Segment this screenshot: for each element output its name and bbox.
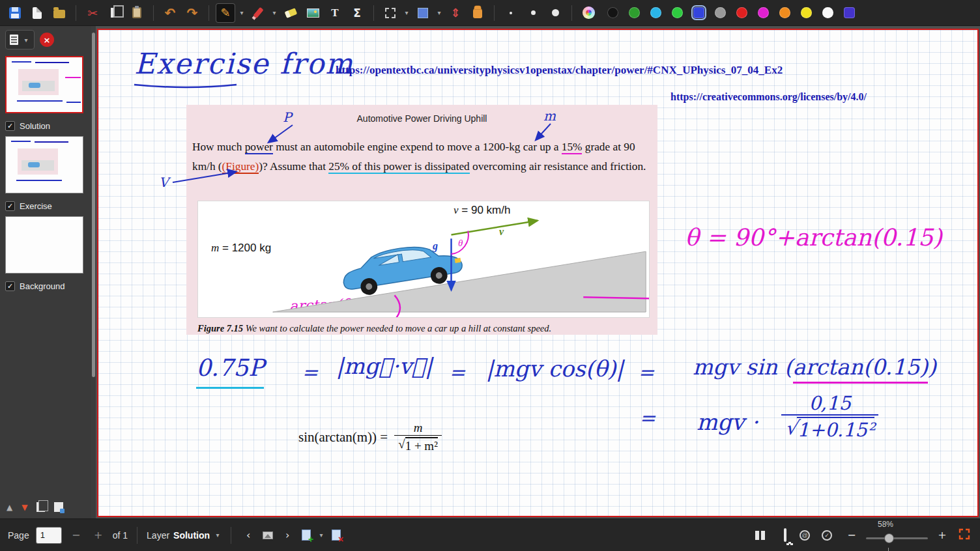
save-button[interactable] (5, 3, 25, 23)
duplicate-page-button[interactable] (36, 502, 45, 512)
thumbnail-preview (22, 81, 55, 91)
insert-image-button[interactable] (303, 3, 323, 23)
layer-checkbox-exercise[interactable]: ✓ (5, 201, 15, 211)
typeset-identity[interactable]: sin(arctan(m)) = m√1 + m² (298, 421, 442, 453)
preview-dropdown-chevron: ▾ (22, 36, 30, 44)
workspace: ▾ × ✓ Solution (0, 26, 980, 518)
layer-row-background[interactable]: ✓ Background (5, 281, 86, 291)
color-swatch-yellow[interactable] (801, 7, 812, 18)
thickness-thick-button[interactable] (545, 3, 565, 23)
license-url-link[interactable]: https://creativecommons.org/licenses/by/… (670, 91, 867, 103)
eraser-tool-button[interactable] (281, 3, 300, 23)
color-swatch-gray[interactable] (715, 7, 726, 18)
color-swatch-red[interactable] (736, 7, 747, 18)
close-sidebar-button[interactable]: × (40, 33, 54, 47)
dual-page-view-button[interactable] (755, 527, 771, 544)
dual-page-icon (755, 531, 766, 540)
delete-page-button[interactable] (332, 530, 341, 541)
highlighter-tool-button[interactable] (248, 3, 268, 23)
shape-tool-button[interactable] (413, 3, 433, 23)
source-url-link[interactable]: https://opentextbc.ca/universityphysicsv… (336, 64, 783, 77)
scrollbar-thumb[interactable] (92, 33, 95, 377)
equation-sine-arg: arctan(0.15) (793, 354, 928, 384)
fullscreen-icon (958, 528, 970, 540)
add-page-chevron[interactable]: ▾ (317, 531, 325, 539)
layer-row-exercise[interactable]: ✓ Exercise (5, 201, 86, 211)
layer-thumbnail-solution[interactable] (5, 136, 83, 193)
hand-tool-button[interactable] (468, 3, 487, 23)
thickness-fine-button[interactable] (501, 3, 521, 23)
color-swatch-orange[interactable] (779, 7, 790, 18)
zoom-original-button[interactable]: @ (800, 527, 815, 544)
color-swatch-blue[interactable] (693, 7, 704, 18)
page-thumbnail-current[interactable] (5, 56, 83, 113)
layer-selector[interactable]: Layer Solution ▾ (147, 530, 222, 541)
sidebar-spacer (5, 296, 86, 494)
add-page-button[interactable] (302, 530, 311, 541)
color-swatch-white[interactable] (822, 7, 833, 18)
color-swatch-bright-green[interactable] (672, 7, 683, 18)
page-increment-button[interactable]: + (91, 527, 106, 544)
equals-sign: = (302, 361, 318, 384)
new-document-button[interactable] (27, 3, 47, 23)
open-file-button[interactable] (50, 3, 69, 23)
body-mass: 1200-kg (483, 141, 521, 153)
color-swatch-black[interactable] (607, 7, 618, 18)
zoom-in-button[interactable]: + (934, 527, 950, 544)
page-snapshot-icon[interactable] (263, 531, 273, 539)
color-palette (607, 7, 855, 18)
color-wheel-button[interactable] (579, 3, 598, 23)
color-swatch-magenta[interactable] (758, 7, 769, 18)
shape-tool-chevron[interactable]: ▾ (435, 9, 443, 16)
undo-button[interactable]: ↶ (160, 3, 180, 23)
layer-checkbox-solution[interactable]: ✓ (5, 121, 15, 131)
next-page-button[interactable]: › (280, 527, 295, 544)
figure-link[interactable]: (Figure) (222, 160, 259, 174)
redo-button[interactable]: ↷ (182, 3, 202, 23)
math-tex-button[interactable]: Σ (347, 3, 367, 23)
shape-icon (418, 8, 428, 18)
thickness-medium-button[interactable] (523, 3, 543, 23)
previous-page-button[interactable]: ‹ (240, 527, 256, 544)
vertical-scrollbar[interactable] (91, 26, 96, 518)
paste-button[interactable] (127, 3, 147, 23)
pen-tool-chevron[interactable]: ▾ (238, 9, 246, 16)
color-swatch-indigo[interactable] (844, 7, 855, 18)
page-number-input[interactable] (36, 527, 62, 544)
zoom-out-button[interactable]: − (844, 527, 859, 544)
highlighter-chevron[interactable]: ▾ (270, 9, 278, 16)
cut-button[interactable]: ✂ (83, 3, 102, 23)
move-page-button[interactable] (54, 502, 63, 512)
page-down-button[interactable]: ▼ (22, 503, 27, 512)
zoom-fit-button[interactable]: ✓ (822, 527, 837, 544)
pen-tool-button[interactable]: ✎ (216, 3, 235, 23)
status-bar: Page − + of 1 Layer Solution ▾ ‹ › ▾ @ ✓… (0, 518, 980, 551)
zoom-slider-handle[interactable] (884, 533, 894, 543)
fraction-numerator: 0,15 (802, 392, 857, 414)
color-swatch-light-blue[interactable] (650, 7, 661, 18)
zoom-slider-track[interactable] (866, 537, 928, 539)
select-tool-button[interactable] (381, 3, 400, 23)
body-text: How much (192, 141, 245, 153)
layer-checkbox-background[interactable]: ✓ (5, 281, 15, 291)
open-folder-icon (53, 10, 65, 18)
select-tool-chevron[interactable]: ▾ (403, 9, 411, 16)
presentation-mode-button[interactable] (777, 527, 793, 544)
thumbnail-preview (65, 77, 81, 78)
layer-thumbnail-exercise[interactable] (5, 216, 83, 274)
paste-icon (132, 7, 141, 18)
page-decrement-button[interactable]: − (68, 527, 84, 544)
preview-mode-dropdown[interactable]: ▾ (5, 30, 35, 49)
toolbar-separator (494, 5, 495, 21)
color-swatch-green[interactable] (629, 7, 640, 18)
document-page[interactable]: Exercise from https://opentextbc.ca/univ… (97, 29, 979, 517)
text-tool-button[interactable]: T (325, 3, 345, 23)
layer-row-solution[interactable]: ✓ Solution (5, 121, 86, 131)
body-grade-highlight: 15% (562, 141, 583, 154)
fullscreen-button[interactable] (957, 527, 972, 544)
page-up-button[interactable]: ▲ (7, 503, 12, 512)
zoom-slider[interactable]: 58% (866, 529, 928, 548)
copy-button[interactable] (105, 3, 124, 23)
vertical-space-button[interactable]: ⇕ (446, 3, 465, 23)
figure-drawing (198, 201, 649, 317)
